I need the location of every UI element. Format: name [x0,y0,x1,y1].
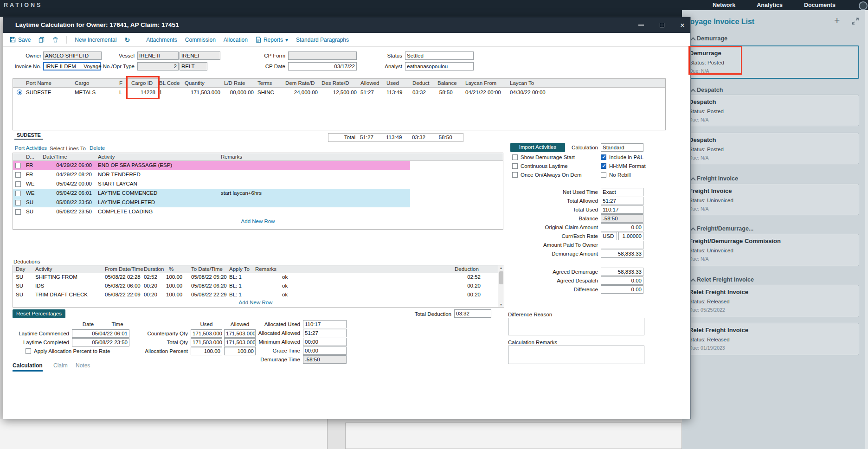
activity-row[interactable]: FR 04/29/22 06:00 END OF SEA PASSAGE (ES… [13,161,410,170]
activity-row[interactable]: WE 05/04/22 00:00 START LAYCAN [13,180,410,189]
deductions-scrollbar[interactable]: ▲ ▼ [498,265,504,307]
total-allowed-input[interactable]: 51:27 [601,197,643,205]
row-checkbox[interactable] [15,191,21,196]
counterparty-qty-allowed-input[interactable]: 171,503.000 [224,329,256,338]
nav-documents[interactable]: Documents [804,2,836,8]
add-activity-row-link[interactable]: Add New Row [13,218,503,224]
maximize-icon[interactable] [660,23,664,27]
chevron-up-icon[interactable] [690,37,695,42]
amount-paid-input[interactable] [601,241,643,249]
calculation-select[interactable]: Standard [601,143,643,152]
net-used-time-select[interactable]: Exact [601,188,643,196]
nav-network[interactable]: Network [713,2,735,8]
difference-reason-textarea[interactable] [508,318,644,335]
standard-paragraphs-button[interactable]: Standard Paragraphs [296,37,349,43]
chevron-up-icon[interactable] [690,227,695,232]
show-demurrage-start-checkbox[interactable]: Show Demurrage Start [512,154,575,160]
expand-panel-icon[interactable] [852,18,859,26]
section-despatch[interactable]: Despatch [697,87,723,93]
section-freight-demurrage[interactable]: Freight/Demurrage... [697,225,753,232]
activity-row[interactable]: WE 05/04/22 06:01 LAYTIME COMMENCED star… [13,189,410,198]
total-qty-used-input[interactable]: 171,503.000 [191,338,222,346]
allocation-button[interactable]: Allocation [224,37,248,43]
tab-claim[interactable]: Claim [53,362,68,369]
port-activities-link[interactable]: Port Activities [15,145,47,151]
chevron-up-icon[interactable] [690,278,695,283]
original-claim-input[interactable]: 0.00 [601,223,643,231]
section-demurrage[interactable]: Demurrage [697,35,727,42]
opr-type-input[interactable]: RELT [180,62,207,71]
chevron-up-icon[interactable] [690,177,695,182]
row-checkbox[interactable] [15,200,21,205]
delete-button[interactable] [52,37,58,43]
vessel-code-input[interactable]: IRENEI [180,51,220,60]
section-freight-invoice[interactable]: Freight Invoice [697,175,738,182]
reports-dropdown[interactable]: Reports ▾ [256,37,288,43]
total-qty-allowed-input[interactable]: 171,503.000 [224,338,256,346]
close-icon[interactable]: × [680,21,685,29]
save-button[interactable]: Save [10,37,31,43]
minimize-icon[interactable] [638,25,644,26]
invoice-card-relet-2[interactable]: Relet Freight Invoice Status: Released D… [684,323,859,355]
add-deduction-row-link[interactable]: Add New Row [13,300,498,305]
cargo-row[interactable]: SUDESTE METALS L 14228 1 171,503.000 80,… [13,88,665,97]
include-in-pl-checkbox[interactable]: Include in P&L [601,154,643,160]
invoice-card-despatch-1[interactable]: Despatch Status: Posted Due: N/A [684,95,859,126]
delete-lines-link[interactable]: Delete [90,145,105,151]
add-invoice-icon[interactable]: + [834,16,840,25]
invoice-card-relet-1[interactable]: Relet Freight Invoice Status: Released D… [684,285,859,317]
invoice-card-demurrage[interactable]: Demurrage Status: Posted Due: N/A [684,45,859,79]
row-checkbox[interactable] [15,172,21,178]
deduction-row[interactable]: SU SHIFTING FROM 05/08/22 02:28 02:52 10… [13,273,498,282]
dialog-title-bar[interactable]: Laytime Calculation for Owner: 17641, AP… [3,17,690,33]
vessel-name-input[interactable]: IRENE II [137,51,179,60]
activity-row[interactable]: SU 05/08/22 23:50 LAYTIME COMPLETED [13,198,410,207]
cp-date-input[interactable]: 03/17/22 [288,62,357,71]
new-incremental-button[interactable]: New Incremental [75,37,116,43]
deduction-row[interactable]: SU IDS 05/08/22 06:00 00:20 100.00 05/08… [13,282,498,291]
activity-row[interactable]: FR 04/29/22 08:20 NOR TENDERED [13,170,410,180]
no-rebill-checkbox[interactable]: No Rebill [601,172,631,178]
deduction-row[interactable]: SU TRIM DRAFT CHECK 05/08/22 22:09 00:20… [13,291,498,300]
activity-row[interactable]: SU 05/08/22 23:50 COMPLETE LOADING [13,207,410,217]
agreed-despatch-input[interactable]: 0.00 [601,276,643,285]
once-on-dem-checkbox[interactable]: Once On/Always On Dem [512,172,582,178]
allocation-percent-allowed-input[interactable]: 100.00 [224,347,256,355]
cargo-row-radio[interactable] [17,90,22,95]
total-used-input[interactable]: 110:17 [601,205,643,214]
continuous-laytime-checkbox[interactable]: Continuous Laytime [512,163,568,169]
tab-notes[interactable]: Notes [76,362,90,369]
invoice-card-despatch-2[interactable]: Despatch Status: Posted Due: N/A [684,133,859,164]
voyage-no-input[interactable]: 2 [137,62,179,71]
tab-sudeste[interactable]: SUDESTE [14,132,43,140]
apply-allocation-checkbox[interactable]: Apply Allocation Percent to Rate [26,348,110,354]
row-checkbox[interactable] [15,181,21,187]
commission-button[interactable]: Commission [185,37,216,43]
currency-input[interactable]: USD [601,232,617,240]
refresh-button[interactable]: ↻ [124,36,130,44]
copy-button[interactable] [39,37,45,43]
tab-calculation[interactable]: Calculation [13,362,43,372]
user-avatar[interactable] [859,1,868,10]
status-input[interactable]: Settled [405,51,474,60]
counterparty-qty-used-input[interactable]: 171,503.000 [191,329,222,338]
chevron-up-icon[interactable] [690,89,695,94]
exch-rate-input[interactable]: 1.00000 [618,232,643,240]
attachments-button[interactable]: Attachments [146,37,177,43]
cp-form-input[interactable] [288,51,357,60]
hhmm-format-checkbox[interactable]: HH:MM Format [601,163,646,169]
agreed-demurrage-input[interactable]: 58,833.33 [601,268,643,276]
reset-percentages-button[interactable]: Reset Percentages [13,309,65,318]
calculation-remarks-textarea[interactable] [508,346,644,364]
section-relet-freight[interactable]: Relet Freight Invoice [697,276,754,283]
nav-analytics[interactable]: Analytics [757,2,783,8]
invoice-card-freight-demurrage-commission[interactable]: Freight/Demurrage Commission Status: Uni… [684,234,859,266]
sidebar-scrollbar[interactable] [865,10,868,449]
row-checkbox[interactable] [15,163,21,168]
row-checkbox[interactable] [15,209,21,215]
allocation-percent-used-input[interactable]: 100.00 [191,347,222,355]
grace-time-input[interactable]: 00:00 [303,346,347,355]
invoice-card-freight[interactable]: Freight Invoice Status: Uninvoiced Due: … [684,184,859,215]
analyst-input[interactable]: eathanasopoulou [405,62,474,71]
minimum-allowed-input[interactable]: 00:00 [303,338,347,346]
